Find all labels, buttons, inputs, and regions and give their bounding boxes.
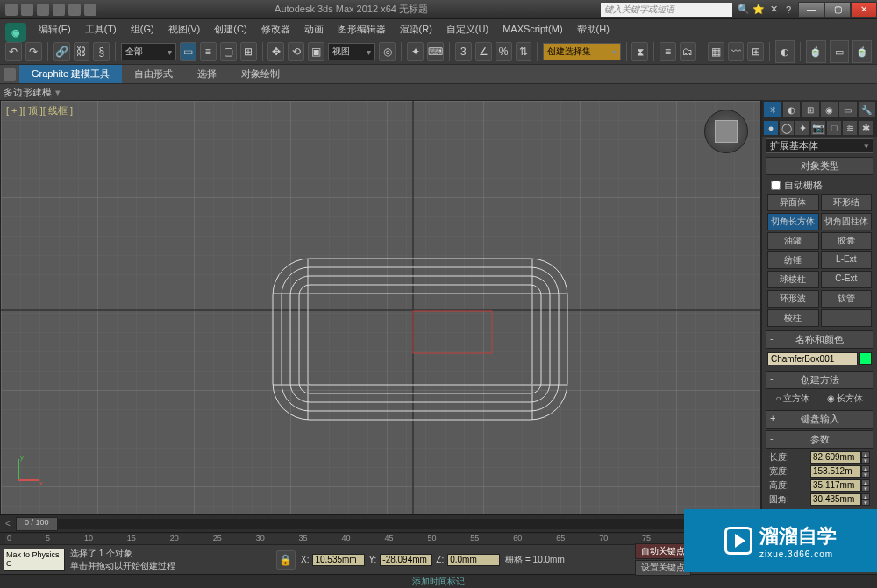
menu-create[interactable]: 创建(C) <box>207 20 253 39</box>
undo-button[interactable]: ↶ <box>5 42 22 61</box>
viewport[interactable]: [ + ][ 顶 ][ 线框 ] y x <box>0 100 761 514</box>
named-sel-set-dropdown[interactable]: 创建选择集 <box>543 43 620 60</box>
graphite-toggle-button[interactable]: ▦ <box>708 42 724 61</box>
qat-save-icon[interactable] <box>37 4 49 16</box>
rotate-button[interactable]: ⟲ <box>288 42 304 61</box>
ref-coord-dropdown[interactable]: 视图 <box>328 43 375 60</box>
select-button[interactable]: ▭ <box>180 42 196 61</box>
btn-oiltank[interactable]: 油罐 <box>767 232 819 250</box>
height-spinner[interactable]: 35.117mm <box>810 479 861 492</box>
qat-redo-icon[interactable] <box>68 4 81 16</box>
btn-capsule[interactable]: 胶囊 <box>821 232 873 250</box>
ribbon-handle-icon[interactable] <box>4 68 16 81</box>
cat-spacewarps-icon[interactable]: ≋ <box>843 121 857 135</box>
tab-motion-icon[interactable]: ◉ <box>821 102 838 117</box>
exchange-icon[interactable]: ✕ <box>767 4 780 16</box>
btn-ringwave[interactable]: 环形波 <box>767 290 819 308</box>
qat-undo-icon[interactable] <box>53 4 65 16</box>
bind-spacewarp-button[interactable]: § <box>93 42 110 61</box>
radio-box[interactable]: ◉ 长方体 <box>827 393 864 405</box>
unlink-button[interactable]: ⛓ <box>74 42 90 61</box>
render-button[interactable]: 🍵 <box>852 40 872 63</box>
rollout-object-type[interactable]: -对象类型 <box>766 157 873 175</box>
link-button[interactable]: 🔗 <box>53 42 70 61</box>
tab-hierarchy-icon[interactable]: ⊞ <box>802 102 819 117</box>
object-color-swatch[interactable] <box>859 352 872 365</box>
layer-manager-button[interactable]: 🗂 <box>680 42 696 61</box>
select-region-button[interactable]: ▢ <box>220 42 237 61</box>
tab-utilities-icon[interactable]: 🔧 <box>859 102 876 117</box>
subscription-icon[interactable]: ⭐ <box>752 4 765 16</box>
align-button[interactable]: ≡ <box>660 42 676 61</box>
rollout-parameters[interactable]: -参数 <box>766 430 873 449</box>
object-name-input[interactable]: ChamferBox001 <box>767 352 858 365</box>
spinner-down-icon[interactable]: ▼ <box>861 457 870 464</box>
window-crossing-button[interactable]: ⊞ <box>240 42 257 61</box>
ribbon-tab-objpaint[interactable]: 对象绘制 <box>229 65 292 83</box>
add-time-tag[interactable]: 添加时间标记 <box>412 576 465 588</box>
maxscript-listener[interactable]: Max to Physics C <box>4 549 65 571</box>
help-search-input[interactable]: 键入关键字或短语 <box>601 3 732 17</box>
btn-cext[interactable]: C-Ext <box>821 271 873 288</box>
scale-button[interactable]: ▣ <box>308 42 324 61</box>
btn-hose[interactable]: 软管 <box>821 290 873 308</box>
menu-customize[interactable]: 自定义(U) <box>439 20 496 39</box>
width-spinner[interactable]: 153.512m <box>810 465 861 478</box>
qat-new-icon[interactable] <box>5 4 18 16</box>
app-menu-icon[interactable]: ◉ <box>5 23 26 42</box>
ribbon-tab-freeform[interactable]: 自由形式 <box>122 65 185 83</box>
menu-help[interactable]: 帮助(H) <box>570 20 617 39</box>
cat-geometry-icon[interactable]: ● <box>764 121 778 135</box>
manipulate-button[interactable]: ✦ <box>407 42 424 61</box>
close-button[interactable]: ✕ <box>851 2 877 18</box>
selection-filter-dropdown[interactable]: 全部 <box>121 43 176 60</box>
material-editor-button[interactable]: ◐ <box>775 40 795 63</box>
rollout-keyboard-entry[interactable]: +键盘输入 <box>766 410 873 429</box>
tab-display-icon[interactable]: ▭ <box>839 102 857 117</box>
fillet-spinner[interactable]: 30.435mm <box>810 493 861 506</box>
menu-maxscript[interactable]: MAXScript(M) <box>496 21 569 37</box>
autogrid-checkbox[interactable] <box>771 181 781 190</box>
autokey-button[interactable]: 自动关键点 <box>635 543 691 559</box>
menu-modifiers[interactable]: 修改器 <box>254 20 297 39</box>
btn-chamfercyl[interactable]: 切角圆柱体 <box>821 213 873 230</box>
z-input[interactable]: 0.0mm <box>447 554 500 566</box>
select-by-name-button[interactable]: ≡ <box>200 42 217 61</box>
cat-cameras-icon[interactable]: 📷 <box>811 121 825 135</box>
minimize-button[interactable]: — <box>798 2 824 18</box>
menu-view[interactable]: 视图(V) <box>161 20 208 39</box>
qat-open-icon[interactable] <box>21 4 33 16</box>
schematic-view-button[interactable]: ⊞ <box>747 42 764 61</box>
length-spinner[interactable]: 82.609mm <box>810 451 861 464</box>
cat-shapes-icon[interactable]: ◯ <box>780 121 794 135</box>
search-icon[interactable]: 🔍 <box>738 4 750 16</box>
menu-group[interactable]: 组(G) <box>124 20 161 39</box>
spinner-up-icon[interactable]: ▲ <box>861 451 870 457</box>
cat-lights-icon[interactable]: ✦ <box>795 121 809 135</box>
keyboard-shortcut-button[interactable]: ⌨ <box>427 42 444 61</box>
pivot-center-button[interactable]: ◎ <box>379 42 396 61</box>
rollout-name-color[interactable]: -名称和颜色 <box>766 330 873 349</box>
radio-cube[interactable]: ○ 立方体 <box>776 393 810 405</box>
lock-selection-icon[interactable]: 🔒 <box>276 550 296 570</box>
setkey-button[interactable]: 设置关键点 <box>635 560 691 576</box>
rollout-creation-method[interactable]: -创建方法 <box>766 371 873 389</box>
menu-animation[interactable]: 动画 <box>297 20 331 39</box>
btn-gengon[interactable]: 球棱柱 <box>767 271 819 288</box>
cat-systems-icon[interactable]: ✱ <box>859 121 873 135</box>
angle-snap-button[interactable]: ∠ <box>475 42 492 61</box>
curve-editor-button[interactable]: 〰 <box>728 42 745 61</box>
render-setup-button[interactable]: 🍵 <box>806 40 825 63</box>
btn-lext[interactable]: L-Ext <box>821 251 873 269</box>
geometry-category-dropdown[interactable]: 扩展基本体 <box>766 138 873 153</box>
redo-button[interactable]: ↷ <box>25 42 42 61</box>
qat-project-icon[interactable] <box>84 4 96 16</box>
btn-torusknot[interactable]: 环形结 <box>821 194 873 211</box>
btn-spindle[interactable]: 纺锤 <box>767 251 819 269</box>
spinner-snap-button[interactable]: ⇅ <box>516 42 532 61</box>
menu-tools[interactable]: 工具(T) <box>78 20 124 39</box>
tab-modify-icon[interactable]: ◐ <box>783 102 801 117</box>
viewcube[interactable] <box>704 110 748 153</box>
ribbon-tab-select[interactable]: 选择 <box>185 65 229 83</box>
btn-chamferbox[interactable]: 切角长方体 <box>767 213 819 230</box>
